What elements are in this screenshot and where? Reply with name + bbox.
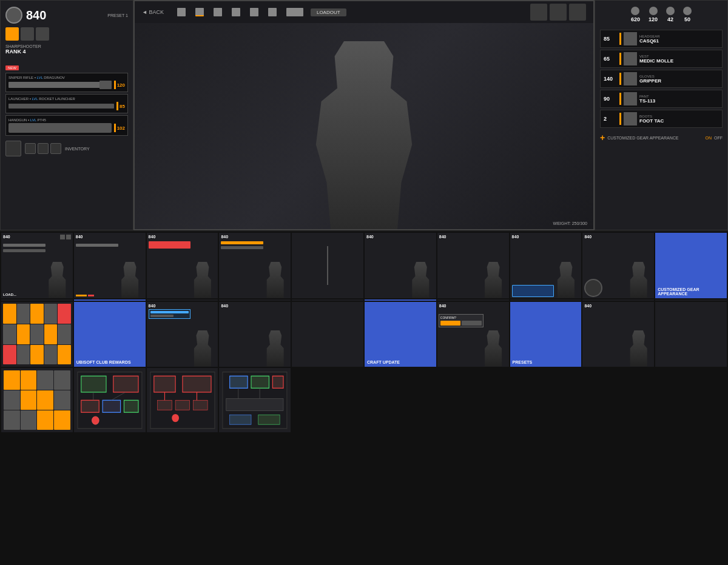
grid-cell-4[interactable]: 840 [219,233,291,298]
gear-icon[interactable] [550,4,567,21]
grid-cell-r7c4-diagram[interactable] [219,368,291,433]
grid-cell-r6c9[interactable]: 840 [582,302,654,367]
rank-title: SHARPSHOOTER [5,44,128,48]
weapon-slot-2[interactable]: LAUNCHER ▪ LVL ROCKET LAUNCHER 85 [5,94,128,113]
svg-point-32 [172,413,179,421]
weapon-type-3: HANDGUN ▪ LVL PT45 [8,118,125,122]
customized-gear-label: CUSTOMIZED GEAR APPEARANCE [658,287,724,296]
grid-cell-r7c9-empty [582,368,654,433]
svg-rect-16 [81,376,106,392]
svg-rect-18 [81,400,99,412]
grid-cell-7[interactable]: 840 [437,233,509,298]
character-display [135,23,593,229]
grid-cell-presets[interactable]: PRESETS [510,302,582,367]
svg-rect-25 [153,376,175,392]
stat-1: 620 [631,16,640,22]
svg-point-23 [92,416,99,424]
nav-icon-1[interactable] [177,8,186,16]
gear-slot-boots[interactable]: 2 BOOTS FOOT TAC [600,110,723,128]
svg-rect-36 [273,376,284,388]
nav-icon-2[interactable] [195,8,204,16]
nav-icon-3[interactable] [214,8,222,16]
stat-3: 42 [666,16,675,22]
nav-icon-6[interactable] [268,8,277,16]
hero-gear-panel: 620 120 42 50 85 HEADGEAR CASQ61 [595,0,728,230]
grid-cell-6[interactable]: 840 [365,233,436,298]
weapon-slot-1[interactable]: SNIPER RIFLE ▪ LVL DRAGUNOV 120 [5,73,128,92]
gear-name-gloves: GRIPPER [639,78,661,84]
grid-cell-9[interactable]: 840 [582,233,654,298]
hero-main: ◄ BACK LOADOUT WEIGHT: 250/300 [133,0,595,230]
back-button[interactable]: ◄ BACK [142,9,164,15]
grid-cell-r7c1[interactable] [1,368,73,433]
off-label: OFF [714,136,723,140]
on-label: ON [706,136,712,140]
svg-rect-29 [157,400,172,410]
grid-cell-customized-gear[interactable]: CUSTOMIZED GEAR APPEARANCE [655,233,727,298]
grid-cell-r6c1-statgrid[interactable] [1,302,73,367]
grid-cell-r7c3-diagram[interactable] [147,368,218,433]
grid-cell-loadout-1[interactable]: 840 LOAD... [1,233,73,298]
svg-rect-40 [230,415,251,424]
grid-cell-2[interactable]: 840 [74,233,146,298]
gear-name-boots: FOOT TAC [639,118,664,124]
stat-4: 50 [683,16,692,22]
gear-name-vest: MEDIC MOLLE [639,58,673,64]
grid-cell-craft-popup[interactable]: 840 CONFIRM? [437,302,509,367]
svg-rect-34 [230,376,248,388]
grid-cell-5[interactable] [292,233,363,298]
nav-icon-7[interactable] [286,8,303,16]
svg-rect-30 [175,400,190,410]
grid-cell-3[interactable]: 840 [147,233,218,298]
grid-cell-r7c10-empty [655,368,727,433]
gear-slot-headgear[interactable]: 85 HEADGEAR CASQ61 [600,30,723,48]
grid-cell-r6c3[interactable]: 840 [147,302,218,367]
gear-slot-vest[interactable]: 65 VEST MEDIC MOLLE [600,50,723,68]
svg-rect-19 [103,400,120,412]
weight-display: WEIGHT: 250/300 [553,221,587,226]
loadout-tab[interactable]: LOADOUT [311,8,346,16]
grid-cell-r7c6-empty [365,368,436,433]
thumbnail-grid-2: UBISOFT CLUB REWARDS 840 840 CRAFT UPDAT… [0,301,728,565]
svg-rect-20 [124,400,138,412]
appearance-label: CUSTOMIZED GEAR APPEARANCE [607,136,678,140]
grid-cell-r7c2-diagram[interactable] [74,368,146,433]
svg-rect-41 [258,415,280,424]
svg-rect-39 [226,398,283,410]
hero-topbar: ◄ BACK LOADOUT [135,1,593,23]
preset-label: PRESET 1 [107,13,128,18]
gear-slot-pant[interactable]: 90 PANT TS-113 [600,90,723,108]
grid-cell-r6c5-empty[interactable] [292,302,363,367]
grid-cell-8[interactable]: 840 [510,233,582,298]
grid-cell-r6c4[interactable]: 840 [219,302,291,367]
settings-icon[interactable] [569,4,586,21]
grid-cell-r7c8-empty [510,368,582,433]
inventory-label: INVENTORY [65,147,90,151]
add-appearance-button[interactable]: + [600,133,605,142]
gear-name-pant: TS-113 [639,98,655,104]
svg-rect-35 [251,376,269,388]
weapon-stat-1: 120 [117,82,125,88]
grid-cell-r7c7-empty [437,368,509,433]
presets-label: PRESETS [513,360,533,364]
svg-rect-31 [193,400,207,410]
new-badge: NEW [5,65,19,70]
weapon-type-2: LAUNCHER ▪ LVL ROCKET LAUNCHER [8,97,125,101]
profile-icon[interactable] [530,4,547,21]
grid-cell-r7c5-empty [292,368,363,433]
gear-slot-gloves[interactable]: 140 GLOVES GRIPPER [600,70,723,88]
nav-icon-5[interactable] [250,8,258,16]
nav-icon-4[interactable] [232,8,240,16]
gear-name-headgear: CASQ61 [639,38,660,44]
weapon-stat-2: 85 [120,104,125,109]
svg-rect-26 [182,376,211,392]
weapon-type-1: SNIPER RIFLE ▪ LVL DRAGUNOV [8,76,125,79]
weapon-slot-3[interactable]: HANDGUN ▪ LVL PT45 102 [5,115,128,136]
craft-update-label: CRAFT UPDATE [367,360,400,364]
grid-cell-craft-update[interactable]: CRAFT UPDATE [365,302,436,367]
grid-cell-ubisoft-rewards[interactable]: UBISOFT CLUB REWARDS [74,302,146,367]
stat-2: 120 [649,16,658,22]
hero-left-panel: 840 PRESET 1 SHARPSHOOTER RANK 4 NEW SNI… [0,0,133,230]
grid-cell-r6c10-empty[interactable] [655,302,727,367]
rank: RANK 4 [5,48,128,55]
